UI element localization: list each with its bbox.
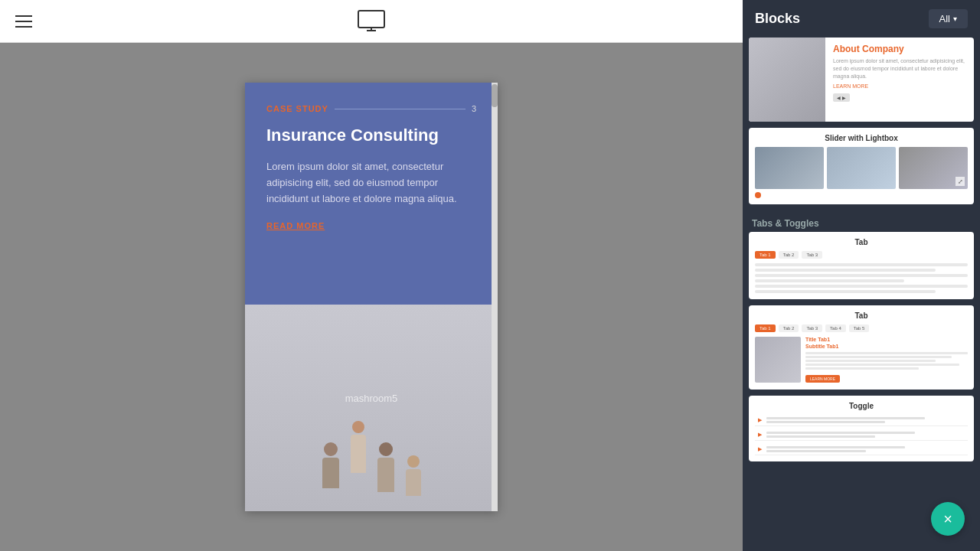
blocks-title: Blocks — [755, 11, 800, 27]
case-study-label: CASE STUDY — [266, 104, 328, 113]
tab-block-2[interactable]: Tab Tab 1 Tab 2 Tab 3 Tab 4 Tab 5 Title … — [749, 305, 974, 390]
toggle-text-2 — [766, 432, 965, 438]
toggle-line — [766, 450, 866, 452]
tab2-image — [755, 337, 801, 383]
tab-2-item-1[interactable]: Tab 1 — [755, 324, 776, 332]
case-study-section: CASE STUDY 3 Insurance Consulting Lorem … — [245, 83, 498, 305]
tab2-line — [805, 364, 959, 366]
tab-bar-1: Tab 1 Tab 2 Tab 3 — [755, 251, 968, 259]
mini-btn-1[interactable]: ◀ ▶ — [833, 93, 850, 102]
tab2-line — [805, 367, 919, 370]
case-study-number: 3 — [472, 104, 476, 113]
tab2-line — [805, 352, 968, 354]
toggle-arrow-1: ▶ — [758, 417, 762, 423]
image-placeholder: mashroom5 — [245, 305, 498, 511]
tab-block-2-title: Tab — [755, 311, 968, 320]
tab2-item-title: Title Tab1 — [805, 337, 968, 342]
toggle-row-1[interactable]: ▶ — [755, 415, 968, 426]
toggle-rows: ▶ ▶ ▶ — [755, 415, 968, 455]
svg-rect-0 — [358, 11, 384, 28]
slider-images-row: ⤢ — [755, 147, 968, 189]
case-study-body: Lorem ipsum dolor sit amet, consectetur … — [266, 159, 476, 207]
tab-2-item-4[interactable]: Tab 4 — [825, 324, 846, 332]
tab-line — [755, 263, 968, 266]
person-3 — [377, 442, 394, 492]
close-panel-button[interactable]: × — [931, 502, 965, 536]
tab-2-item-2[interactable]: Tab 2 — [779, 324, 799, 332]
slider-dot — [755, 192, 761, 198]
blocks-scroll-area[interactable]: About Company Lorem ipsum dolor sit amet… — [743, 37, 980, 551]
room-label: mashroom5 — [345, 392, 398, 403]
about-company-image — [749, 37, 825, 122]
tab-2-item-3[interactable]: Tab 3 — [802, 324, 822, 332]
canvas-area: CASE STUDY 3 Insurance Consulting Lorem … — [0, 43, 743, 551]
tab2-content: Title Tab1 Subtitle Tab1 LEARN MORE — [805, 337, 968, 383]
main-area: CASE STUDY 3 Insurance Consulting Lorem … — [0, 0, 743, 551]
about-company-controls: ◀ ▶ — [833, 93, 966, 102]
hamburger-icon[interactable] — [15, 15, 32, 28]
tab-block-1[interactable]: Tab Tab 1 Tab 2 Tab 3 — [749, 232, 974, 299]
tab-2-item-5[interactable]: Tab 5 — [849, 324, 870, 332]
person-1 — [322, 442, 339, 488]
toggle-block[interactable]: Toggle ▶ ▶ ▶ — [749, 396, 974, 461]
tab2-item-subtitle: Subtitle Tab1 — [805, 344, 968, 349]
tab2-line — [805, 356, 952, 358]
about-company-block[interactable]: About Company Lorem ipsum dolor sit amet… — [749, 37, 974, 122]
toggle-arrow-2: ▶ — [758, 432, 762, 438]
tab2-line — [805, 360, 936, 362]
tabs-toggles-label: Tabs & Toggles — [749, 210, 974, 232]
case-study-divider — [335, 109, 466, 109]
tab2-lines — [805, 352, 968, 370]
about-company-link: LEARN MORE — [833, 83, 966, 89]
tab-line — [755, 290, 936, 293]
toggle-text-1 — [766, 417, 965, 423]
slider-img-3: ⤢ — [899, 147, 968, 189]
tab-1-item-3[interactable]: Tab 3 — [802, 251, 822, 259]
tab-1-item-1[interactable]: Tab 1 — [755, 251, 776, 259]
toggle-row-3[interactable]: ▶ — [755, 444, 968, 455]
toggle-line — [766, 417, 925, 419]
toggle-card-title: Toggle — [755, 402, 968, 410]
case-study-title: Insurance Consulting — [266, 126, 476, 145]
toggle-line — [766, 435, 875, 438]
read-more-link[interactable]: READ MORE — [266, 221, 476, 230]
toggle-arrow-3: ▶ — [758, 446, 762, 452]
about-company-text: Lorem ipsum dolor sit amet, consectetur … — [833, 57, 966, 80]
tab-bar-2: Tab 1 Tab 2 Tab 3 Tab 4 Tab 5 — [755, 324, 968, 332]
about-company-title: About Company — [833, 44, 966, 54]
slider-img-2 — [827, 147, 896, 189]
tab-line — [755, 274, 968, 277]
case-study-image: mashroom5 — [245, 305, 498, 511]
tab-line — [755, 279, 904, 282]
toggle-line — [766, 432, 915, 434]
expand-icon: ⤢ — [956, 177, 965, 186]
tab-line — [755, 285, 968, 288]
right-panel: Blocks All About Company Lorem ipsum dol… — [743, 0, 980, 551]
slider-lightbox-title: Slider with Lightbox — [755, 134, 968, 142]
slider-img-1 — [755, 147, 824, 189]
blocks-header: Blocks All — [743, 0, 980, 37]
person-2 — [351, 421, 366, 473]
tab-block-1-title: Tab — [755, 238, 968, 246]
all-filter-button[interactable]: All — [929, 9, 968, 28]
toggle-row-2[interactable]: ▶ — [755, 429, 968, 441]
toggle-line — [766, 446, 905, 448]
slider-lightbox-block[interactable]: Slider with Lightbox ⤢ — [749, 128, 974, 204]
tab2-body: Title Tab1 Subtitle Tab1 LEARN MORE — [755, 337, 968, 383]
preview-card: CASE STUDY 3 Insurance Consulting Lorem … — [245, 83, 498, 511]
top-bar — [0, 0, 743, 43]
tab-1-item-2[interactable]: Tab 2 — [779, 251, 799, 259]
case-study-label-row: CASE STUDY 3 — [266, 104, 476, 113]
preview-scrollbar[interactable] — [492, 83, 498, 511]
about-company-content: About Company Lorem ipsum dolor sit amet… — [825, 37, 974, 122]
monitor-icon — [358, 10, 385, 33]
tab2-cta-btn[interactable]: LEARN MORE — [805, 375, 840, 383]
person-4 — [406, 455, 421, 496]
toggle-line — [766, 421, 885, 423]
tab-1-content — [755, 263, 968, 293]
toggle-text-3 — [766, 446, 965, 452]
tab-line — [755, 269, 936, 272]
